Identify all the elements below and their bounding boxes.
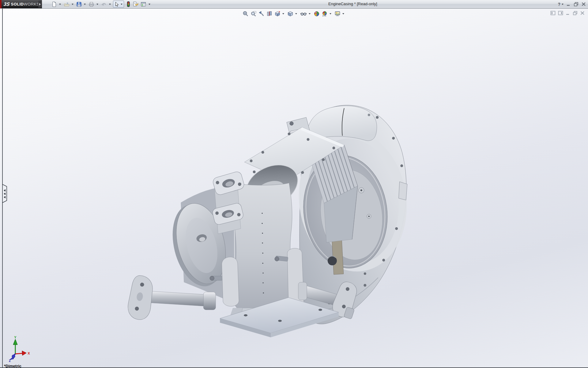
triad-y-label: Y — [14, 336, 17, 339]
new-document-icon — [51, 2, 57, 7]
hide-show-items-button[interactable] — [300, 10, 307, 17]
file-properties-button[interactable] — [132, 1, 139, 7]
previous-view-button[interactable] — [258, 10, 265, 17]
housing-side-tab[interactable] — [399, 182, 407, 200]
graphics-viewport[interactable]: Y X Z *Dimetric — [0, 9, 588, 368]
zoom-to-fit-icon — [243, 11, 249, 17]
dropdown-caret-icon[interactable] — [109, 4, 111, 5]
menu-expand-arrow-icon[interactable] — [38, 1, 42, 8]
previous-view-icon — [258, 11, 265, 17]
display-style-button[interactable] — [287, 10, 294, 17]
dropdown-caret-icon[interactable] — [282, 13, 284, 14]
triad-y-arrow — [13, 339, 17, 345]
dropdown-caret-icon[interactable] — [59, 4, 61, 5]
display-style-icon — [287, 11, 293, 17]
undo-button[interactable] — [100, 1, 107, 7]
rebuild-traffic-light-icon — [126, 1, 131, 7]
triad-x-label: X — [28, 351, 30, 355]
dropdown-caret-icon[interactable] — [562, 4, 564, 5]
view-settings-icon — [334, 11, 341, 17]
restore-button[interactable] — [574, 2, 579, 6]
apply-scene-button[interactable] — [321, 10, 328, 17]
dropdown-caret-icon[interactable] — [72, 4, 74, 5]
options-icon — [141, 2, 146, 7]
viewport-3d-canvas[interactable] — [0, 9, 588, 368]
open-icon — [64, 2, 70, 7]
doc-restore-button[interactable] — [573, 11, 578, 15]
view-settings-button[interactable] — [334, 10, 341, 17]
solidworks-logo-glyph: 3S — [3, 2, 10, 7]
zoom-to-area-button[interactable] — [250, 10, 257, 17]
triad-z-label: Z — [9, 359, 11, 362]
dropdown-caret-icon[interactable] — [84, 4, 86, 5]
engine-casing-model[interactable] — [126, 105, 411, 337]
triad-x-arrow — [22, 351, 26, 355]
undo-icon — [101, 2, 107, 7]
orientation-triad: Y X Z — [5, 336, 31, 362]
left-shaft-flange[interactable] — [126, 274, 155, 321]
minimize-button[interactable] — [566, 2, 571, 6]
brand-name-light: WORKS — [24, 2, 39, 6]
help-button[interactable]: ? — [558, 2, 564, 7]
help-icon: ? — [558, 2, 560, 7]
pane-right-icon — [558, 11, 563, 15]
zoom-to-area-icon — [251, 11, 257, 17]
file-properties-icon — [133, 1, 139, 7]
dropdown-caret-icon[interactable] — [342, 13, 344, 14]
window-controls: ? — [555, 0, 586, 8]
rebuild-button[interactable] — [125, 1, 131, 7]
triad-x-axis — [15, 353, 23, 354]
section-view-button[interactable] — [266, 10, 273, 17]
select-cursor-icon — [114, 2, 119, 7]
print-button[interactable] — [88, 1, 95, 7]
main-toolbar — [51, 1, 153, 8]
titlebar: 3S SOLIDWORKS — [0, 0, 588, 9]
close-button[interactable] — [581, 2, 586, 6]
pane-right-button[interactable] — [558, 11, 563, 15]
dropdown-caret-icon[interactable] — [309, 13, 311, 14]
save-button[interactable] — [76, 1, 82, 7]
dropdown-caret-icon[interactable] — [96, 4, 98, 5]
doc-close-icon — [580, 11, 585, 15]
brand-name-bold: SOLID — [11, 2, 24, 6]
doc-minimize-icon — [566, 11, 570, 15]
doc-restore-icon — [573, 11, 578, 15]
doc-close-button[interactable] — [580, 11, 585, 15]
document-window-controls — [548, 11, 585, 15]
section-view-icon — [266, 11, 273, 17]
edit-appearance-icon — [314, 11, 320, 17]
dropdown-caret-icon[interactable] — [330, 13, 331, 14]
dropdown-caret-icon[interactable] — [295, 13, 297, 14]
restore-icon — [574, 2, 579, 6]
dropdown-caret-icon[interactable] — [149, 4, 150, 5]
select-tool-button[interactable] — [113, 1, 124, 8]
zoom-to-fit-button[interactable] — [242, 10, 249, 17]
left-clevis-bracket[interactable] — [222, 257, 239, 306]
save-icon — [76, 2, 82, 7]
heads-up-view-toolbar — [242, 10, 346, 17]
close-icon — [581, 2, 586, 6]
solidworks-logo: 3S SOLIDWORKS — [2, 0, 42, 8]
dropdown-caret-icon[interactable] — [121, 4, 123, 5]
minimize-icon — [566, 2, 571, 6]
pane-left-icon — [550, 11, 556, 15]
pane-left-button[interactable] — [550, 11, 556, 15]
new-document-button[interactable] — [51, 1, 58, 7]
window-title: EngineCasing * [Read-only] — [328, 2, 377, 6]
edit-appearance-button[interactable] — [313, 10, 320, 17]
apply-scene-icon — [322, 11, 328, 17]
hide-show-items-icon — [300, 11, 307, 17]
print-icon — [89, 2, 94, 7]
open-button[interactable] — [63, 1, 70, 7]
doc-minimize-button[interactable] — [566, 11, 570, 15]
view-orientation-button[interactable] — [274, 10, 281, 17]
options-button[interactable] — [140, 1, 147, 7]
view-orientation-icon — [274, 11, 281, 17]
